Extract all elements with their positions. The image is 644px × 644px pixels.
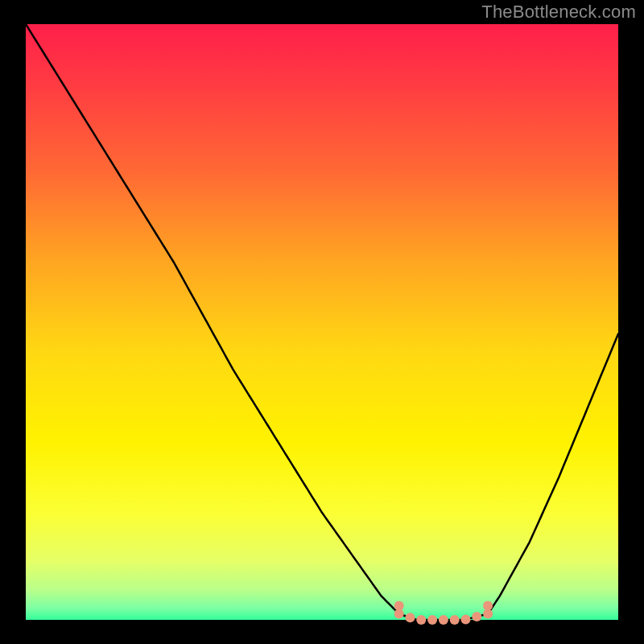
sweet-spot-dot <box>405 613 415 622</box>
watermark-text: TheBottleneck.com <box>481 2 636 23</box>
bottleneck-chart <box>0 0 644 644</box>
sweet-spot-dot <box>460 615 470 625</box>
sweet-spot-dot <box>416 615 426 625</box>
sweet-spot-dot <box>394 609 404 619</box>
sweet-spot-dot <box>450 615 460 625</box>
sweet-spot-dot <box>439 615 448 625</box>
chart-frame: TheBottleneck.com <box>0 0 644 644</box>
sweet-spot-dot <box>427 615 437 625</box>
chart-background <box>26 24 618 620</box>
sweet-spot-dot <box>472 612 481 621</box>
sweet-spot-dot <box>483 609 493 619</box>
